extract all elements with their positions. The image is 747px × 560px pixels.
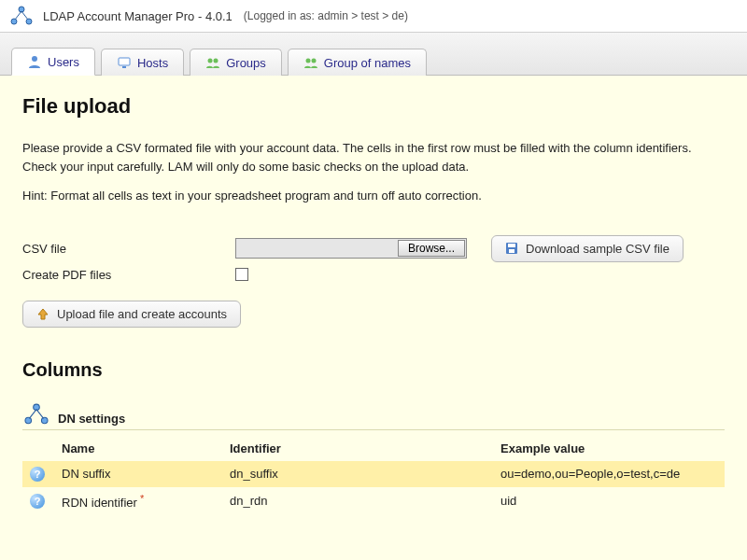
create-pdf-row: Create PDF files — [22, 268, 725, 282]
svg-point-16 — [25, 417, 32, 424]
user-icon — [27, 54, 42, 69]
login-info: (Logged in as: admin > test > de) — [244, 9, 408, 22]
tab-label: Users — [48, 55, 79, 69]
svg-point-5 — [32, 56, 37, 62]
cell-example: ou=demo,ou=People,o=test,c=de — [493, 461, 725, 487]
help-icon[interactable]: ? — [30, 494, 45, 509]
cell-name-text: RDN identifier — [62, 496, 137, 510]
group-names-icon — [303, 55, 318, 70]
cell-example: uid — [493, 487, 725, 515]
required-asterisk-icon: * — [137, 493, 144, 504]
col-header-name: Name — [54, 436, 222, 461]
svg-point-11 — [311, 59, 316, 63]
app-title: LDAP Account Manager Pro - 4.0.1 — [43, 9, 233, 23]
svg-point-2 — [26, 19, 32, 24]
cell-identifier: dn_rdn — [222, 487, 493, 515]
help-icon[interactable]: ? — [30, 467, 45, 482]
columns-title: Columns — [22, 359, 725, 381]
columns-table: Name Identifier Example value ? DN suffi… — [22, 436, 725, 515]
svg-line-4 — [21, 11, 28, 20]
intro-text-1: Please provide a CSV formated file with … — [22, 139, 725, 175]
table-row: ? DN suffix dn_suffix ou=demo,ou=People,… — [22, 461, 725, 487]
dn-settings-label: DN settings — [58, 412, 125, 426]
cell-name: DN suffix — [54, 461, 222, 487]
download-sample-button[interactable]: Download sample CSV file — [491, 235, 684, 262]
app-header: LDAP Account Manager Pro - 4.0.1 (Logged… — [0, 0, 747, 33]
csv-file-input[interactable]: Browse... — [235, 238, 467, 259]
upload-arrow-icon — [36, 307, 49, 320]
svg-line-19 — [36, 409, 44, 418]
upload-button[interactable]: Upload file and create accounts — [22, 301, 241, 328]
svg-line-18 — [29, 409, 36, 418]
col-header-example: Example value — [493, 436, 725, 461]
svg-point-1 — [11, 19, 17, 24]
table-row: ? RDN identifier * dn_rdn uid — [22, 487, 725, 515]
tab-groups[interactable]: Groups — [190, 49, 282, 76]
svg-point-10 — [305, 59, 310, 63]
main-tabs: Users Hosts Groups Group of names — [0, 33, 747, 76]
intro-text-2: Hint: Format all cells as text in your s… — [22, 187, 725, 205]
cell-identifier: dn_suffix — [222, 461, 493, 487]
create-pdf-label: Create PDF files — [22, 268, 235, 282]
dn-tree-icon — [22, 403, 50, 426]
create-pdf-checkbox[interactable] — [235, 268, 248, 281]
group-icon — [205, 55, 220, 70]
svg-rect-14 — [509, 249, 514, 253]
cell-name: RDN identifier * — [54, 487, 222, 515]
tab-group-of-names[interactable]: Group of names — [288, 49, 427, 76]
svg-point-8 — [208, 59, 213, 63]
tab-users[interactable]: Users — [11, 48, 95, 76]
download-sample-label: Download sample CSV file — [526, 242, 669, 256]
tab-label: Groups — [226, 56, 266, 70]
csv-file-label: CSV file — [22, 242, 235, 256]
app-logo-icon — [9, 6, 34, 26]
dn-settings-heading: DN settings — [22, 403, 725, 430]
svg-line-3 — [15, 11, 21, 20]
content-area: File upload Please provide a CSV formate… — [0, 76, 747, 560]
svg-point-9 — [214, 59, 218, 63]
upload-button-label: Upload file and create accounts — [57, 307, 227, 321]
tab-hosts[interactable]: Hosts — [101, 49, 184, 76]
browse-button[interactable]: Browse... — [398, 240, 465, 257]
save-icon — [505, 242, 518, 255]
tab-label: Hosts — [137, 56, 168, 70]
svg-rect-6 — [119, 58, 130, 65]
tab-label: Group of names — [324, 56, 411, 70]
col-header-identifier: Identifier — [222, 436, 493, 461]
svg-rect-13 — [508, 244, 515, 247]
svg-rect-7 — [122, 66, 126, 68]
columns-header-row: Name Identifier Example value — [22, 436, 725, 461]
page-title: File upload — [22, 94, 725, 119]
host-icon — [117, 55, 132, 70]
csv-file-path[interactable] — [236, 239, 397, 258]
csv-file-row: CSV file Browse... Download sample CSV f… — [22, 235, 725, 262]
svg-point-17 — [41, 417, 48, 424]
